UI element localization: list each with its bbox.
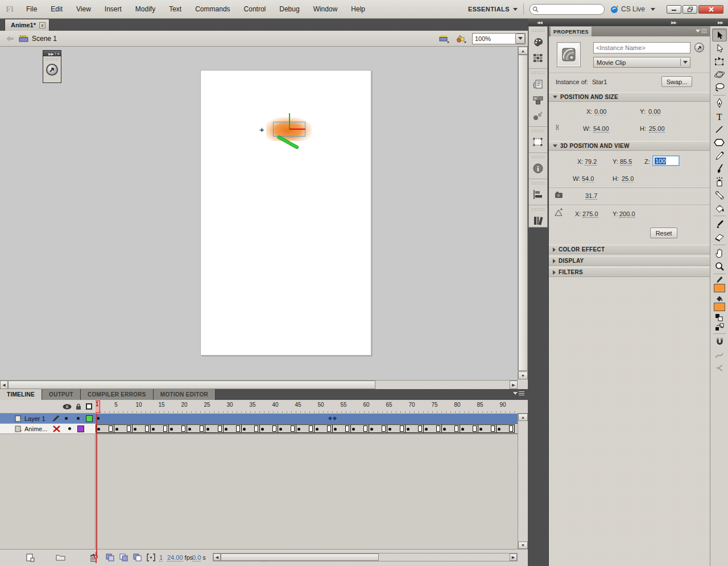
floating-tool-panel[interactable]: ▶▶|✕ bbox=[43, 50, 61, 83]
menu-item-modify[interactable]: Modify bbox=[129, 0, 162, 19]
smooth-option-icon[interactable] bbox=[712, 348, 727, 361]
close-icon[interactable]: ✕ bbox=[57, 52, 60, 56]
eyedropper-tool[interactable] bbox=[712, 217, 727, 230]
scroll-left-button[interactable]: ◀ bbox=[0, 381, 8, 389]
zoom-dropdown-button[interactable] bbox=[515, 34, 525, 44]
frames-row-anime[interactable] bbox=[96, 424, 518, 434]
layer-name[interactable]: Anime... bbox=[24, 425, 51, 432]
menu-item-file[interactable]: File bbox=[19, 0, 44, 19]
onion-skin-outlines-icon[interactable] bbox=[133, 553, 142, 561]
keyframe-span[interactable] bbox=[496, 424, 515, 433]
menu-item-control[interactable]: Control bbox=[237, 0, 273, 19]
section-color-effect[interactable]: COLOR EFFECT bbox=[549, 245, 710, 254]
property-keyframe-diamond[interactable] bbox=[328, 416, 332, 420]
keyframe-span[interactable] bbox=[278, 424, 296, 433]
lasso-tool[interactable] bbox=[712, 81, 727, 94]
swap-button[interactable]: Swap... bbox=[661, 76, 692, 87]
motion-presets-panel-icon[interactable] bbox=[529, 108, 547, 124]
library-panel-icon[interactable] bbox=[529, 213, 547, 229]
drag-grip[interactable] bbox=[531, 129, 545, 133]
vp-y-value[interactable]: 200.0 bbox=[619, 210, 635, 218]
stage-viewport[interactable]: ▶▶|✕ + bbox=[0, 47, 518, 380]
h-value[interactable]: 25.00 bbox=[649, 125, 665, 133]
symbol-type-dropdown[interactable]: Movie Clip bbox=[593, 57, 690, 68]
menu-item-text[interactable]: Text bbox=[162, 0, 188, 19]
w-value[interactable]: 54.00 bbox=[593, 125, 609, 133]
timeline-tab-motion-editor[interactable]: MOTION EDITOR bbox=[154, 389, 216, 400]
eraser-tool[interactable] bbox=[712, 230, 727, 243]
layer-row-anime[interactable]: Anime... bbox=[0, 424, 96, 434]
keyframe-span[interactable] bbox=[314, 424, 333, 433]
elapsed-time[interactable]: 0.0 s bbox=[192, 554, 206, 561]
stage-horizontal-scrollbar[interactable]: ◀ ▶ bbox=[0, 380, 518, 389]
frame-rate[interactable]: 24.00 fps bbox=[167, 554, 193, 561]
scroll-up-button[interactable]: ▲ bbox=[518, 414, 528, 421]
stage-vertical-scrollbar[interactable]: ▲ ▼ bbox=[518, 47, 528, 380]
section-position-and-size[interactable]: POSITION AND SIZE bbox=[549, 92, 710, 102]
keyframe-span[interactable] bbox=[132, 424, 151, 433]
menu-item-debug[interactable]: Debug bbox=[272, 0, 306, 19]
paint-bucket-tool[interactable] bbox=[712, 201, 727, 214]
direct-selection-button[interactable] bbox=[694, 43, 704, 52]
link-constrain-icon[interactable] bbox=[553, 123, 564, 132]
new-folder-icon[interactable] bbox=[56, 553, 65, 561]
menu-item-view[interactable]: View bbox=[69, 0, 98, 19]
y-value[interactable]: 0.00 bbox=[648, 108, 660, 115]
layer-row-layer1[interactable]: Layer 1 bbox=[0, 414, 96, 424]
section-3d-position-and-view[interactable]: 3D POSITION AND VIEW bbox=[549, 141, 710, 151]
swatches-panel-icon[interactable] bbox=[529, 50, 547, 66]
tab-properties[interactable]: PROPERTIES bbox=[551, 27, 592, 36]
edit-scene-icon[interactable] bbox=[439, 34, 450, 43]
transform-panel-icon[interactable] bbox=[529, 134, 547, 150]
scene-name[interactable]: Scene 1 bbox=[32, 35, 57, 43]
edit-symbol-icon[interactable] bbox=[455, 34, 468, 43]
scroll-up-button[interactable]: ▲ bbox=[518, 47, 528, 55]
lock-icon[interactable] bbox=[75, 403, 82, 410]
info-panel-icon[interactable]: i bbox=[529, 160, 547, 176]
x-value[interactable]: 0.00 bbox=[594, 108, 606, 115]
reset-button[interactable]: Reset bbox=[650, 228, 677, 238]
perspective-angle-value[interactable]: 31.7 bbox=[585, 192, 597, 200]
drag-grip[interactable] bbox=[531, 29, 545, 33]
drag-grip[interactable] bbox=[45, 57, 59, 61]
menu-item-commands[interactable]: Commands bbox=[188, 0, 237, 19]
bone-tool[interactable] bbox=[712, 188, 727, 201]
scroll-thumb[interactable] bbox=[518, 55, 528, 371]
3d-axis-y[interactable] bbox=[289, 113, 290, 130]
fill-color-swatch[interactable] bbox=[714, 303, 725, 311]
zoom-select[interactable]: 100% bbox=[472, 33, 526, 44]
frames-row-layer1[interactable] bbox=[96, 414, 518, 424]
zoom-tool[interactable] bbox=[712, 259, 727, 272]
menu-item-insert[interactable]: Insert bbox=[98, 0, 129, 19]
stage-canvas[interactable] bbox=[200, 70, 371, 356]
3d-rotation-tool[interactable] bbox=[712, 68, 727, 81]
keyframe-span[interactable] bbox=[423, 424, 442, 433]
brush-tool[interactable] bbox=[712, 162, 727, 175]
property-keyframe-diamond[interactable] bbox=[333, 416, 337, 420]
scroll-left-button[interactable]: ◀ bbox=[213, 553, 221, 561]
center-frame-icon[interactable] bbox=[106, 553, 115, 561]
collapse-dock-icon[interactable]: ◀◀ bbox=[537, 20, 542, 25]
keyframe-span[interactable] bbox=[478, 424, 497, 433]
keyframe-span[interactable] bbox=[350, 424, 369, 433]
keyframe-span[interactable] bbox=[296, 424, 315, 433]
y3d-value[interactable]: 85.5 bbox=[620, 158, 632, 166]
align-panel-icon[interactable] bbox=[529, 187, 547, 203]
keyframe-span[interactable] bbox=[332, 424, 351, 433]
layer-name[interactable]: Layer 1 bbox=[24, 415, 51, 422]
components-panel-icon[interactable] bbox=[529, 92, 547, 108]
default-colors-icon[interactable] bbox=[715, 313, 723, 323]
close-document-icon[interactable]: x bbox=[39, 22, 46, 28]
line-tool[interactable] bbox=[712, 123, 727, 136]
publish-preview-button[interactable] bbox=[46, 64, 58, 76]
panel-menu-icon[interactable] bbox=[513, 391, 524, 395]
snap-magnet-icon[interactable] bbox=[712, 335, 727, 348]
playhead-line[interactable] bbox=[96, 414, 97, 557]
scroll-right-button[interactable]: ▶ bbox=[510, 381, 518, 389]
chevron-down-icon[interactable] bbox=[651, 8, 655, 11]
keyframe-span[interactable] bbox=[114, 424, 133, 433]
keyframe-span[interactable] bbox=[259, 424, 278, 433]
scroll-thumb[interactable] bbox=[221, 553, 379, 561]
cs-live[interactable]: CS Live bbox=[610, 5, 645, 14]
panel-menu-icon[interactable] bbox=[696, 29, 707, 33]
